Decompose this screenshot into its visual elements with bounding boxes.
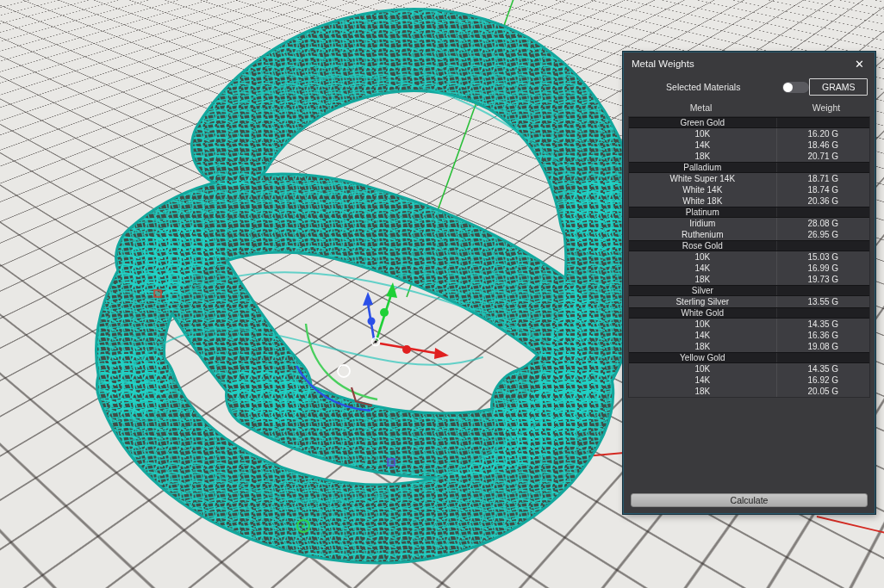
selected-materials-toggle[interactable]	[782, 82, 809, 93]
weight-row[interactable]: 18K20.71 G	[629, 151, 869, 162]
metal-cell: White Gold	[629, 308, 777, 318]
toggle-knob-icon	[783, 83, 793, 92]
materials-controls: Selected Materials GRAMS	[624, 77, 875, 97]
weights-table-body: Green Gold10K16.20 G14K18.46 G18K20.71 G…	[628, 116, 870, 398]
weight-row[interactable]: 14K16.92 G	[629, 374, 869, 386]
weight-cell: 20.05 G	[777, 386, 869, 397]
metal-cell: White 14K	[629, 184, 777, 195]
selected-materials-label: Selected Materials	[631, 82, 775, 92]
weight-cell	[777, 353, 869, 362]
metal-column-header: Metal	[624, 101, 778, 115]
gumball-x-arrow[interactable]	[380, 344, 449, 359]
table-column-headers: Metal Weight	[624, 101, 875, 115]
metal-cell: Platinum	[629, 207, 777, 217]
weight-row[interactable]: White Super 14K18.71 G	[629, 173, 869, 184]
panel-title: Metal Weights	[632, 59, 694, 69]
metal-cell: White 18K	[629, 195, 777, 207]
metal-cell: Iridium	[629, 218, 777, 229]
weight-cell	[777, 163, 869, 172]
metal-cell: 18K	[629, 151, 777, 162]
category-row[interactable]: Rose Gold	[629, 240, 869, 251]
panel-header: Metal Weights ✕	[624, 53, 875, 75]
weight-cell: 19.73 G	[777, 274, 869, 285]
metal-cell: Yellow Gold	[629, 353, 777, 362]
category-row[interactable]: Platinum	[629, 207, 869, 218]
metal-cell: 10K	[629, 319, 777, 330]
weight-cell: 18.74 G	[777, 184, 869, 195]
weight-cell: 20.71 G	[777, 151, 869, 162]
weight-cell	[777, 286, 869, 295]
red-point-marker[interactable]	[154, 290, 161, 297]
weight-row[interactable]: 10K16.20 G	[629, 128, 869, 139]
close-icon[interactable]: ✕	[852, 57, 867, 71]
category-row[interactable]: Palladium	[629, 162, 869, 173]
metal-cell: 14K	[629, 374, 777, 386]
metal-cell: Ruthenium	[629, 229, 777, 240]
weight-row[interactable]: Ruthenium26.95 G	[629, 229, 869, 240]
gumball-y-arrow[interactable]	[377, 282, 397, 340]
weight-cell: 16.36 G	[777, 330, 869, 341]
weight-row[interactable]: 14K16.36 G	[629, 330, 869, 341]
weight-cell: 16.92 G	[777, 374, 869, 386]
weight-row[interactable]: 14K18.46 G	[629, 139, 869, 151]
metal-cell: 10K	[629, 363, 777, 374]
weight-row[interactable]: 18K20.05 G	[629, 386, 869, 397]
metal-cell: 18K	[629, 341, 777, 352]
metal-cell: Palladium	[629, 163, 777, 172]
weight-cell	[777, 207, 869, 217]
weight-row[interactable]: 10K14.35 G	[629, 319, 869, 330]
metal-cell: 14K	[629, 139, 777, 151]
weight-cell: 14.35 G	[777, 363, 869, 374]
weight-row[interactable]: White 14K18.74 G	[629, 184, 869, 195]
calculate-button[interactable]: Calculate	[631, 493, 868, 507]
weight-cell: 18.46 G	[777, 139, 869, 151]
weight-row[interactable]: 10K15.03 G	[629, 251, 869, 263]
model-wireframe[interactable]	[129, 50, 604, 523]
weight-row[interactable]: 18K19.73 G	[629, 274, 869, 285]
blue-point-marker[interactable]	[388, 459, 395, 466]
weight-cell	[777, 241, 869, 251]
viewport[interactable]: Metal Weights ✕ Selected Materials GRAMS…	[0, 0, 884, 588]
metal-cell: 14K	[629, 263, 777, 274]
weight-row[interactable]: 10K14.35 G	[629, 363, 869, 374]
weight-cell: 26.95 G	[777, 229, 869, 240]
weight-cell: 14.35 G	[777, 319, 869, 330]
weight-row[interactable]: 18K19.08 G	[629, 341, 869, 352]
weight-cell	[777, 118, 869, 127]
weight-cell: 20.36 G	[777, 195, 869, 207]
metal-cell: Silver	[629, 286, 777, 295]
units-button[interactable]: GRAMS	[809, 78, 868, 96]
weight-cell: 28.08 G	[777, 218, 869, 229]
metal-cell: Sterling Silver	[629, 296, 777, 307]
gumball	[296, 282, 449, 411]
metal-weights-panel: Metal Weights ✕ Selected Materials GRAMS…	[623, 52, 875, 514]
weight-cell: 18.71 G	[777, 173, 869, 184]
weight-cell: 16.99 G	[777, 263, 869, 274]
gumball-origin[interactable]	[372, 338, 380, 346]
weight-row[interactable]: White 18K20.36 G	[629, 195, 869, 207]
weight-row[interactable]: 14K16.99 G	[629, 263, 869, 274]
weight-column-header: Weight	[778, 101, 875, 115]
metal-cell: Green Gold	[629, 118, 777, 127]
weight-cell: 13.55 G	[777, 296, 869, 307]
category-row[interactable]: Green Gold	[629, 117, 869, 128]
metal-cell: 10K	[629, 128, 777, 139]
weight-cell: 16.20 G	[777, 128, 869, 139]
metal-cell: 14K	[629, 330, 777, 341]
weight-cell: 19.08 G	[777, 341, 869, 352]
weight-cell: 15.03 G	[777, 251, 869, 263]
category-row[interactable]: White Gold	[629, 307, 869, 319]
weight-row[interactable]: Sterling Silver13.55 G	[629, 296, 869, 307]
metal-cell: White Super 14K	[629, 173, 777, 184]
category-row[interactable]: Silver	[629, 285, 869, 296]
metal-cell: Rose Gold	[629, 241, 777, 251]
weight-cell	[777, 308, 869, 318]
metal-cell: 10K	[629, 251, 777, 263]
category-row[interactable]: Yellow Gold	[629, 352, 869, 363]
metal-cell: 18K	[629, 274, 777, 285]
metal-cell: 18K	[629, 386, 777, 397]
gumball-rotation-handle[interactable]	[338, 365, 350, 377]
gumball-z-arrow[interactable]	[363, 292, 376, 339]
weight-row[interactable]: Iridium28.08 G	[629, 218, 869, 229]
